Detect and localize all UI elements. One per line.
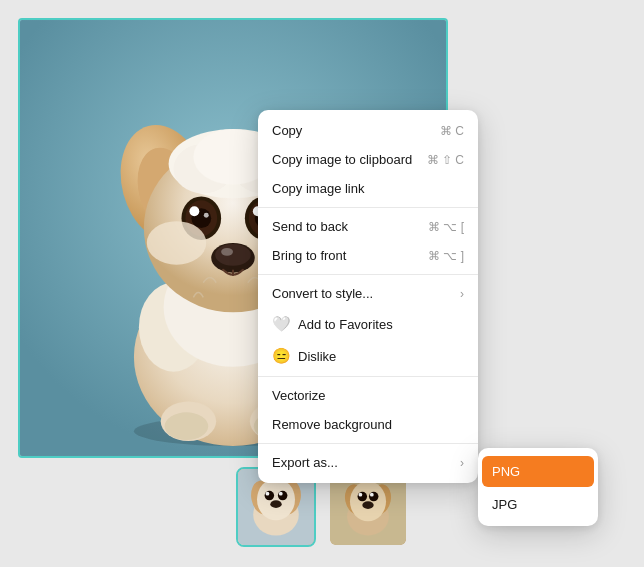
separator-2 (258, 274, 478, 275)
svg-point-31 (221, 248, 233, 256)
svg-point-49 (350, 481, 386, 521)
menu-item-copy-image-clipboard[interactable]: Copy image to clipboard ⌘ ⇧ C (258, 145, 478, 174)
menu-item-dislike[interactable]: 😑 Dislike (258, 340, 478, 372)
submenu-item-png[interactable]: PNG (482, 456, 594, 487)
separator-4 (258, 443, 478, 444)
canvas-area: Copy ⌘ C Copy image to clipboard ⌘ ⇧ C C… (0, 0, 644, 567)
svg-point-44 (270, 500, 281, 508)
separator-3 (258, 376, 478, 377)
svg-point-39 (257, 479, 295, 521)
menu-item-remove-background[interactable]: Remove background (258, 410, 478, 439)
export-submenu: PNG JPG (478, 448, 598, 526)
menu-item-convert-to-style[interactable]: Convert to style... › (258, 279, 478, 308)
svg-point-8 (165, 412, 209, 440)
svg-point-50 (358, 492, 368, 502)
svg-point-22 (189, 206, 199, 216)
menu-item-copy[interactable]: Copy ⌘ C (258, 116, 478, 145)
svg-point-40 (265, 491, 275, 501)
svg-point-53 (370, 493, 374, 497)
menu-item-add-to-favorites[interactable]: 🤍 Add to Favorites (258, 308, 478, 340)
menu-item-vectorize[interactable]: Vectorize (258, 381, 478, 410)
svg-point-54 (362, 501, 373, 509)
submenu-item-jpg[interactable]: JPG (478, 489, 598, 520)
heart-icon: 🤍 (272, 315, 290, 333)
svg-point-43 (279, 492, 283, 496)
menu-item-send-to-back[interactable]: Send to back ⌘ ⌥ [ (258, 212, 478, 241)
svg-point-51 (369, 492, 379, 502)
menu-item-bring-to-front[interactable]: Bring to front ⌘ ⌥ ] (258, 241, 478, 270)
svg-point-33 (147, 221, 206, 265)
svg-point-42 (266, 492, 270, 496)
menu-item-copy-image-link[interactable]: Copy image link (258, 174, 478, 203)
svg-point-41 (278, 491, 288, 501)
menu-item-export-as[interactable]: Export as... › PNG JPG (258, 448, 478, 477)
separator-1 (258, 207, 478, 208)
context-menu: Copy ⌘ C Copy image to clipboard ⌘ ⇧ C C… (258, 110, 478, 483)
svg-point-52 (359, 493, 363, 497)
dislike-icon: 😑 (272, 347, 290, 365)
svg-point-23 (204, 213, 209, 218)
svg-point-30 (215, 244, 251, 266)
